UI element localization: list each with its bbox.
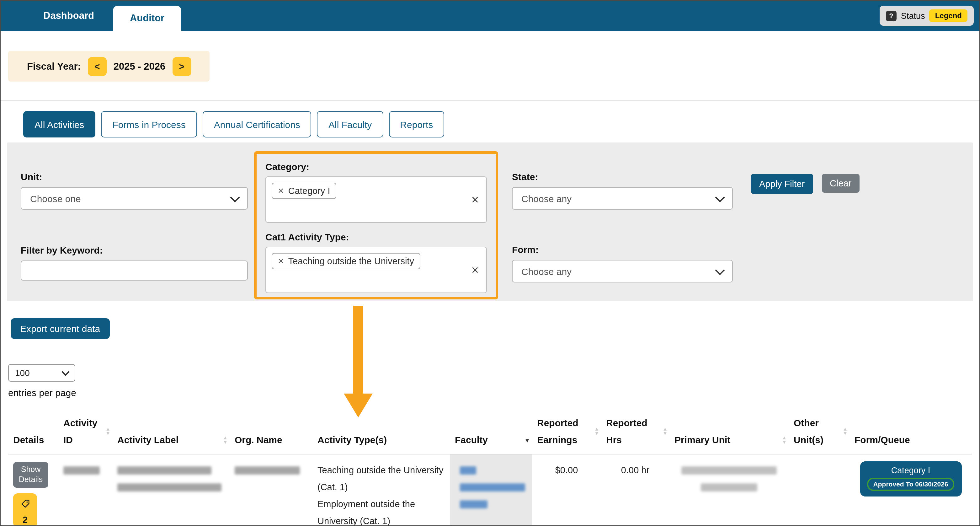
- fiscal-year-bar: Fiscal Year: < 2025 - 2026 >: [8, 51, 210, 81]
- redacted-activity-label: [117, 466, 212, 475]
- show-details-button[interactable]: Show Details: [13, 462, 48, 488]
- reported-hrs-cell: 0.00 hr: [601, 454, 670, 526]
- activity-types-cell: Teaching outside the University (Cat. 1)…: [312, 454, 450, 526]
- tab-all-faculty[interactable]: All Faculty: [317, 111, 383, 137]
- tab-auditor[interactable]: Auditor: [113, 6, 181, 31]
- col-header-activity-types[interactable]: Activity Type(s): [312, 431, 450, 448]
- unit-filter-group: Unit: Choose one: [21, 171, 248, 210]
- tab-all-activities[interactable]: All Activities: [23, 111, 95, 137]
- fiscal-year-next-button[interactable]: >: [172, 57, 191, 76]
- redacted-activity-label: [117, 483, 221, 491]
- cat1-tag-label: Teaching outside the University: [288, 256, 414, 266]
- remove-tag-icon[interactable]: ×: [278, 186, 284, 196]
- tags-badge[interactable]: 2: [13, 494, 37, 526]
- chevron-down-icon: [62, 368, 69, 375]
- fiscal-year-value: 2025 - 2026: [113, 61, 165, 72]
- table-row: Show Details 2: [8, 454, 972, 526]
- redacted-faculty-link[interactable]: [460, 483, 525, 491]
- form-label: Form:: [512, 244, 733, 255]
- org-name-cell: [230, 454, 312, 526]
- redacted-faculty-link[interactable]: [460, 466, 476, 475]
- sort-icon[interactable]: [663, 427, 668, 436]
- primary-unit-cell: [670, 454, 789, 526]
- auditor-page: Dashboard Auditor ? Status Legend Fiscal…: [0, 0, 980, 526]
- state-select[interactable]: Choose any: [512, 187, 733, 210]
- page-size-value: 100: [15, 368, 30, 378]
- category-multiselect[interactable]: × Category I ×: [266, 176, 487, 223]
- top-nav: Dashboard Auditor ? Status Legend: [1, 1, 979, 31]
- help-icon[interactable]: ?: [886, 10, 897, 21]
- tab-dashboard[interactable]: Dashboard: [33, 1, 104, 31]
- col-header-primary-unit[interactable]: Primary Unit: [670, 431, 789, 448]
- form-select[interactable]: Choose any: [512, 260, 733, 282]
- divider: [1, 100, 979, 101]
- keyword-input[interactable]: [21, 260, 248, 281]
- clear-filter-button[interactable]: Clear: [822, 174, 859, 193]
- keyword-filter-group: Filter by Keyword:: [21, 245, 248, 281]
- col-header-activity-label[interactable]: Activity Label: [112, 431, 230, 448]
- tag-count: 2: [22, 515, 28, 524]
- details-cell: Show Details 2: [8, 454, 58, 526]
- faculty-cell: [450, 454, 532, 526]
- redacted-faculty-link[interactable]: [460, 500, 487, 508]
- approved-status-pill: Approved To 06/30/2026: [867, 478, 955, 491]
- fiscal-year-label: Fiscal Year:: [27, 61, 81, 72]
- cat1-selected-tag: × Teaching outside the University: [272, 253, 420, 269]
- page-size-select[interactable]: 100: [8, 364, 75, 382]
- col-header-form-queue: Form/Queue: [850, 431, 972, 448]
- tag-icon: [21, 497, 30, 514]
- redacted-primary-unit: [701, 483, 757, 491]
- fiscal-year-prev-button[interactable]: <: [88, 57, 107, 76]
- status-legend-box: ? Status Legend: [880, 6, 974, 26]
- form-queue-badge[interactable]: Category I Approved To 06/30/2026: [860, 461, 961, 496]
- col-header-details: Details: [8, 431, 58, 448]
- filter-actions: Apply Filter Clear: [751, 174, 859, 194]
- cat1-activity-type-multiselect[interactable]: × Teaching outside the University ×: [266, 247, 487, 293]
- col-header-activity-id[interactable]: Activity ID: [58, 414, 112, 448]
- state-select-value: Choose any: [521, 193, 571, 204]
- tab-reports[interactable]: Reports: [389, 111, 444, 137]
- unit-select-value: Choose one: [30, 193, 81, 204]
- sort-icon[interactable]: [843, 427, 848, 436]
- col-header-org-name[interactable]: Org. Name: [230, 431, 312, 448]
- keyword-label: Filter by Keyword:: [21, 245, 248, 255]
- form-select-value: Choose any: [521, 266, 571, 276]
- category-highlight-box: Category: × Category I × Cat1 Activity T…: [254, 151, 498, 300]
- legend-button[interactable]: Legend: [929, 10, 967, 22]
- category-tag-label: Category I: [288, 186, 330, 196]
- status-label: Status: [901, 11, 925, 21]
- sort-icon[interactable]: [594, 427, 599, 436]
- activity-label-cell: [112, 454, 230, 526]
- chevron-down-icon: [715, 265, 725, 275]
- sort-icon[interactable]: [782, 435, 787, 444]
- chevron-down-icon: [715, 192, 725, 202]
- remove-tag-icon[interactable]: ×: [278, 256, 284, 266]
- tab-forms-in-process[interactable]: Forms in Process: [101, 111, 197, 137]
- col-header-other-units[interactable]: Other Unit(s): [789, 414, 850, 448]
- state-label: State:: [512, 171, 733, 182]
- col-header-reported-hrs[interactable]: Reported Hrs: [601, 414, 670, 448]
- tab-annual-certifications[interactable]: Annual Certifications: [203, 111, 312, 137]
- col-header-reported-earnings[interactable]: Reported Earnings: [532, 414, 601, 448]
- clear-all-icon[interactable]: ×: [471, 193, 479, 206]
- table-header-row: Details Activity ID Activity Label Org. …: [8, 407, 972, 454]
- unit-select[interactable]: Choose one: [21, 187, 248, 210]
- category-label: Category:: [266, 161, 487, 172]
- apply-filter-button[interactable]: Apply Filter: [751, 174, 813, 194]
- reported-earnings-cell: $0.00: [532, 454, 601, 526]
- unit-label: Unit:: [21, 171, 248, 182]
- col-header-faculty[interactable]: Faculty: [450, 431, 532, 448]
- sort-desc-icon[interactable]: [524, 437, 530, 444]
- activity-id-cell: [58, 454, 112, 526]
- state-filter-group: State: Choose any: [512, 171, 733, 210]
- section-tabs: All Activities Forms in Process Annual C…: [23, 111, 979, 137]
- sort-icon[interactable]: [223, 435, 228, 444]
- other-units-cell: [789, 454, 850, 526]
- cat1-activity-type-label: Cat1 Activity Type:: [266, 232, 487, 242]
- form-filter-group: Form: Choose any: [512, 244, 733, 282]
- clear-all-icon[interactable]: ×: [471, 264, 479, 276]
- activity-type-item: Teaching outside the University (Cat. 1): [317, 462, 445, 496]
- sort-icon[interactable]: [105, 427, 110, 436]
- form-queue-cell: Category I Approved To 06/30/2026: [850, 454, 972, 526]
- export-current-data-button[interactable]: Export current data: [11, 318, 110, 339]
